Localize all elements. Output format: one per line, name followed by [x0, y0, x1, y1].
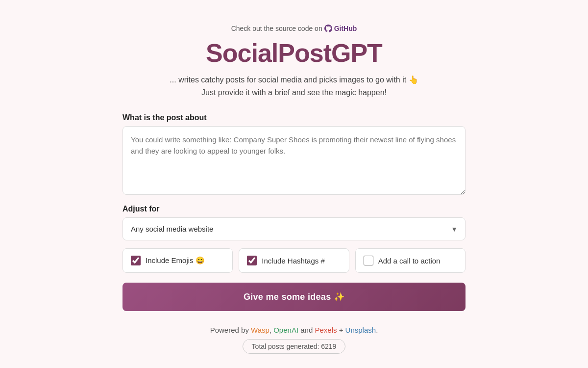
openai-link[interactable]: OpenAI [273, 326, 298, 334]
wasp-link[interactable]: Wasp [251, 326, 270, 334]
powered-text: Powered by [210, 326, 249, 334]
openai-label: OpenAI [273, 326, 298, 334]
cta-checkbox-item[interactable]: Add a call to action [355, 248, 466, 273]
source-link-container: Check out the source code on GitHub [231, 25, 357, 32]
platform-select[interactable]: Any social media website Twitter Instagr… [122, 217, 466, 240]
dot: . [376, 326, 378, 334]
plus-text: + [339, 326, 343, 334]
post-textarea[interactable] [122, 126, 466, 195]
hashtags-checkbox[interactable] [247, 256, 257, 265]
hashtags-label: Include Hashtags # [262, 257, 324, 265]
platform-select-wrapper: Any social media website Twitter Instagr… [122, 217, 466, 240]
subtitle-line1: ... writes catchy posts for social media… [170, 74, 418, 86]
pexels-label: Pexels [315, 326, 337, 334]
submit-button[interactable]: Give me some ideas ✨ [122, 283, 466, 311]
post-label: What is the post about [122, 113, 466, 122]
emojis-label: Include Emojis 😄 [146, 256, 205, 265]
cta-checkbox[interactable] [364, 256, 373, 265]
emojis-checkbox-item[interactable]: Include Emojis 😄 [122, 248, 233, 273]
hashtags-checkbox-item[interactable]: Include Hashtags # [239, 248, 349, 273]
total-badge: Total posts generated: 6219 [243, 339, 346, 354]
adjust-label: Adjust for [122, 205, 466, 213]
github-label: GitHub [334, 25, 357, 32]
pexels-link[interactable]: Pexels [315, 326, 337, 334]
wasp-label: Wasp [251, 326, 270, 334]
main-form: What is the post about Adjust for Any so… [122, 113, 466, 326]
and-text: and [300, 326, 313, 334]
cta-label: Add a call to action [378, 257, 441, 265]
checkboxes-row: Include Emojis 😄 Include Hashtags # Add … [122, 248, 466, 273]
emojis-checkbox[interactable] [131, 256, 141, 265]
unsplash-label: Unsplash [345, 326, 376, 334]
app-title: SocialPostGPT [206, 38, 382, 68]
source-text: Check out the source code on [231, 25, 322, 32]
github-icon [324, 25, 332, 32]
powered-by: Powered by Wasp, OpenAI and Pexels + Uns… [210, 326, 378, 334]
subtitle-line2: Just provide it with a brief and see the… [170, 86, 418, 99]
subtitle: ... writes catchy posts for social media… [170, 74, 418, 99]
comma1: , [270, 326, 271, 334]
github-link[interactable]: GitHub [324, 25, 357, 32]
unsplash-link[interactable]: Unsplash [345, 326, 376, 334]
